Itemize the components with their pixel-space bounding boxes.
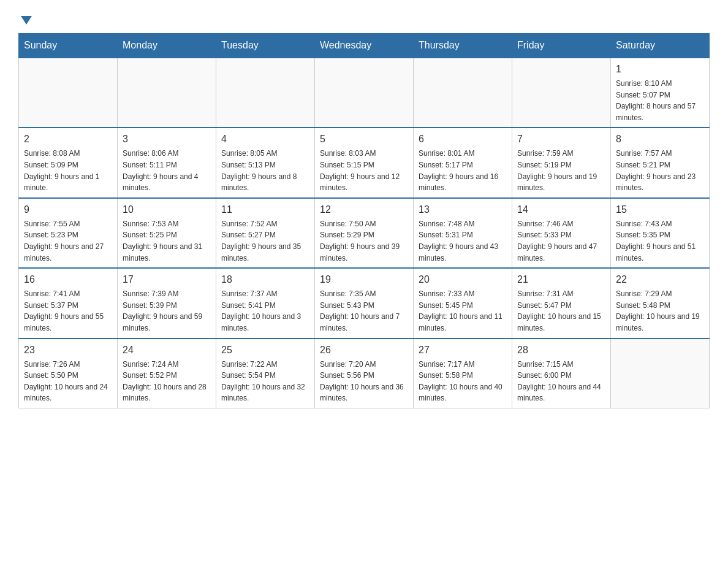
day-info: Sunrise: 7:29 AM Sunset: 5:48 PM Dayligh… (616, 288, 704, 334)
calendar-cell: 7Sunrise: 7:59 AM Sunset: 5:19 PM Daylig… (512, 128, 611, 197)
weekday-header-friday: Friday (512, 34, 611, 58)
calendar-cell: 27Sunrise: 7:17 AM Sunset: 5:58 PM Dayli… (414, 339, 512, 408)
calendar-table: SundayMondayTuesdayWednesdayThursdayFrid… (18, 33, 710, 408)
day-info: Sunrise: 8:05 AM Sunset: 5:13 PM Dayligh… (221, 148, 309, 193)
calendar-week-row: 9Sunrise: 7:55 AM Sunset: 5:23 PM Daylig… (19, 198, 710, 268)
day-info: Sunrise: 8:10 AM Sunset: 5:07 PM Dayligh… (616, 78, 704, 123)
calendar-cell: 17Sunrise: 7:39 AM Sunset: 5:39 PM Dayli… (118, 268, 216, 338)
day-info: Sunrise: 7:33 AM Sunset: 5:45 PM Dayligh… (419, 288, 507, 334)
weekday-header-thursday: Thursday (414, 34, 512, 58)
day-number: 9 (24, 202, 112, 217)
day-number: 6 (419, 132, 507, 147)
day-number: 2 (24, 132, 112, 147)
day-number: 1 (616, 62, 704, 77)
calendar-cell: 23Sunrise: 7:26 AM Sunset: 5:50 PM Dayli… (19, 339, 118, 408)
weekday-header-sunday: Sunday (19, 34, 118, 58)
day-number: 23 (24, 343, 112, 358)
day-number: 14 (517, 202, 605, 217)
day-info: Sunrise: 8:03 AM Sunset: 5:15 PM Dayligh… (320, 148, 408, 193)
calendar-cell: 14Sunrise: 7:46 AM Sunset: 5:33 PM Dayli… (512, 198, 611, 268)
day-info: Sunrise: 7:55 AM Sunset: 5:23 PM Dayligh… (24, 218, 112, 264)
calendar-cell: 2Sunrise: 8:08 AM Sunset: 5:09 PM Daylig… (19, 128, 118, 197)
day-number: 18 (221, 272, 309, 287)
day-info: Sunrise: 7:46 AM Sunset: 5:33 PM Dayligh… (517, 218, 605, 264)
calendar-cell: 21Sunrise: 7:31 AM Sunset: 5:47 PM Dayli… (512, 268, 611, 338)
day-number: 20 (419, 272, 507, 287)
calendar-cell: 10Sunrise: 7:53 AM Sunset: 5:25 PM Dayli… (118, 198, 216, 268)
day-info: Sunrise: 7:39 AM Sunset: 5:39 PM Dayligh… (123, 288, 211, 334)
logo-triangle-icon (20, 13, 33, 27)
calendar-cell: 8Sunrise: 7:57 AM Sunset: 5:21 PM Daylig… (611, 128, 710, 197)
calendar-cell: 11Sunrise: 7:52 AM Sunset: 5:27 PM Dayli… (216, 198, 315, 268)
calendar-week-row: 1Sunrise: 8:10 AM Sunset: 5:07 PM Daylig… (19, 58, 710, 128)
day-number: 11 (221, 202, 309, 217)
calendar-cell: 28Sunrise: 7:15 AM Sunset: 6:00 PM Dayli… (512, 339, 611, 408)
day-number: 15 (616, 202, 704, 217)
calendar-cell (512, 58, 611, 128)
day-number: 22 (616, 272, 704, 287)
calendar-cell: 18Sunrise: 7:37 AM Sunset: 5:41 PM Dayli… (216, 268, 315, 338)
day-info: Sunrise: 7:57 AM Sunset: 5:21 PM Dayligh… (616, 148, 704, 193)
day-info: Sunrise: 7:50 AM Sunset: 5:29 PM Dayligh… (320, 218, 408, 264)
calendar-cell: 20Sunrise: 7:33 AM Sunset: 5:45 PM Dayli… (414, 268, 512, 338)
day-number: 27 (419, 343, 507, 358)
day-info: Sunrise: 7:52 AM Sunset: 5:27 PM Dayligh… (221, 218, 309, 264)
calendar-week-row: 16Sunrise: 7:41 AM Sunset: 5:37 PM Dayli… (19, 268, 710, 338)
calendar-cell (118, 58, 216, 128)
calendar-cell: 4Sunrise: 8:05 AM Sunset: 5:13 PM Daylig… (216, 128, 315, 197)
day-number: 3 (123, 132, 211, 147)
day-info: Sunrise: 7:24 AM Sunset: 5:52 PM Dayligh… (123, 359, 211, 404)
calendar-cell: 16Sunrise: 7:41 AM Sunset: 5:37 PM Dayli… (19, 268, 118, 338)
day-number: 4 (221, 132, 309, 147)
day-number: 5 (320, 132, 408, 147)
weekday-header-monday: Monday (118, 34, 216, 58)
day-info: Sunrise: 7:22 AM Sunset: 5:54 PM Dayligh… (221, 359, 309, 404)
weekday-header-saturday: Saturday (611, 34, 710, 58)
calendar-cell: 24Sunrise: 7:24 AM Sunset: 5:52 PM Dayli… (118, 339, 216, 408)
day-number: 21 (517, 272, 605, 287)
calendar-cell (216, 58, 315, 128)
day-number: 26 (320, 343, 408, 358)
day-number: 19 (320, 272, 408, 287)
day-number: 10 (123, 202, 211, 217)
day-info: Sunrise: 7:59 AM Sunset: 5:19 PM Dayligh… (517, 148, 605, 193)
calendar-cell: 5Sunrise: 8:03 AM Sunset: 5:15 PM Daylig… (315, 128, 414, 197)
day-info: Sunrise: 7:17 AM Sunset: 5:58 PM Dayligh… (419, 359, 507, 404)
weekday-header-tuesday: Tuesday (216, 34, 315, 58)
day-info: Sunrise: 7:43 AM Sunset: 5:35 PM Dayligh… (616, 218, 704, 264)
day-info: Sunrise: 7:20 AM Sunset: 5:56 PM Dayligh… (320, 359, 408, 404)
day-number: 17 (123, 272, 211, 287)
calendar-cell: 6Sunrise: 8:01 AM Sunset: 5:17 PM Daylig… (414, 128, 512, 197)
svg-marker-0 (21, 16, 32, 25)
day-number: 16 (24, 272, 112, 287)
calendar-cell: 1Sunrise: 8:10 AM Sunset: 5:07 PM Daylig… (611, 58, 710, 128)
day-number: 8 (616, 132, 704, 147)
logo (18, 12, 38, 27)
calendar-cell: 19Sunrise: 7:35 AM Sunset: 5:43 PM Dayli… (315, 268, 414, 338)
calendar-cell: 25Sunrise: 7:22 AM Sunset: 5:54 PM Dayli… (216, 339, 315, 408)
calendar-cell: 12Sunrise: 7:50 AM Sunset: 5:29 PM Dayli… (315, 198, 414, 268)
calendar-cell: 22Sunrise: 7:29 AM Sunset: 5:48 PM Dayli… (611, 268, 710, 338)
calendar-cell (611, 339, 710, 408)
page-header (18, 12, 710, 27)
day-number: 24 (123, 343, 211, 358)
day-number: 25 (221, 343, 309, 358)
day-info: Sunrise: 7:41 AM Sunset: 5:37 PM Dayligh… (24, 288, 112, 334)
calendar-cell: 9Sunrise: 7:55 AM Sunset: 5:23 PM Daylig… (19, 198, 118, 268)
day-number: 12 (320, 202, 408, 217)
calendar-cell (315, 58, 414, 128)
calendar-cell (414, 58, 512, 128)
calendar-cell: 15Sunrise: 7:43 AM Sunset: 5:35 PM Dayli… (611, 198, 710, 268)
calendar-cell (19, 58, 118, 128)
day-info: Sunrise: 7:15 AM Sunset: 6:00 PM Dayligh… (517, 359, 605, 404)
day-number: 28 (517, 343, 605, 358)
day-info: Sunrise: 7:35 AM Sunset: 5:43 PM Dayligh… (320, 288, 408, 334)
day-info: Sunrise: 7:48 AM Sunset: 5:31 PM Dayligh… (419, 218, 507, 264)
calendar-cell: 26Sunrise: 7:20 AM Sunset: 5:56 PM Dayli… (315, 339, 414, 408)
calendar-header-row: SundayMondayTuesdayWednesdayThursdayFrid… (19, 34, 710, 58)
day-number: 7 (517, 132, 605, 147)
calendar-week-row: 2Sunrise: 8:08 AM Sunset: 5:09 PM Daylig… (19, 128, 710, 197)
day-info: Sunrise: 7:37 AM Sunset: 5:41 PM Dayligh… (221, 288, 309, 334)
calendar-cell: 3Sunrise: 8:06 AM Sunset: 5:11 PM Daylig… (118, 128, 216, 197)
day-info: Sunrise: 7:53 AM Sunset: 5:25 PM Dayligh… (123, 218, 211, 264)
